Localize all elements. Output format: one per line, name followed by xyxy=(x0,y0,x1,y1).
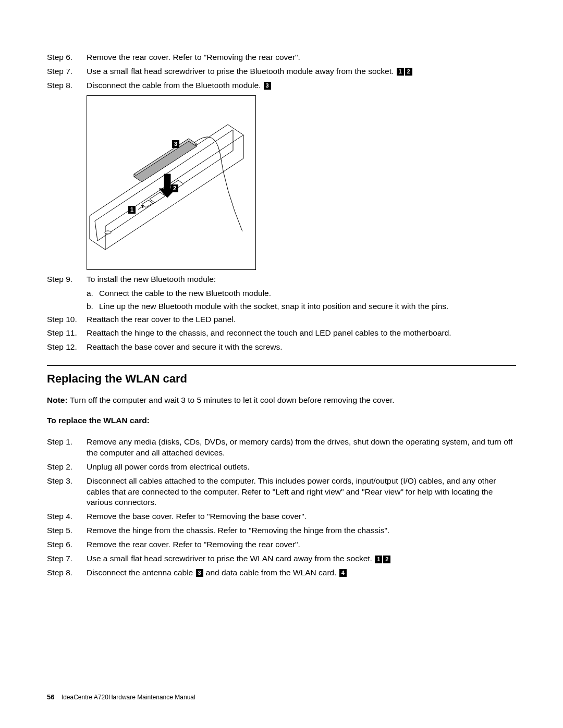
callout-icon: 3 xyxy=(196,569,203,577)
step-text: Reattach the base cover and secure it wi… xyxy=(82,342,516,353)
diagram-svg xyxy=(87,96,256,270)
substep-row: a. Connect the cable to the new Bluetoot… xyxy=(47,288,516,299)
step-label: Step 3. xyxy=(47,476,82,509)
step-label: Step 4. xyxy=(47,511,82,522)
step-text: To install the new Bluetooth module: xyxy=(82,274,516,285)
step-row: Step 10. Reattach the rear cover to the … xyxy=(47,314,516,325)
note-paragraph: Note: Turn off the computer and wait 3 t… xyxy=(47,395,516,406)
substep-row: b. Line up the new Bluetooth module with… xyxy=(47,301,516,312)
step-label: Step 9. xyxy=(47,274,82,285)
step-label: Step 12. xyxy=(47,342,82,353)
step-label: Step 7. xyxy=(47,66,82,77)
step-row: Step 7. Use a small flat head screwdrive… xyxy=(47,66,516,77)
step-row: Step 7. Use a small flat head screwdrive… xyxy=(47,553,516,564)
note-text: Turn off the computer and wait 3 to 5 mi… xyxy=(68,396,395,404)
step-text: Remove the rear cover. Refer to "Removin… xyxy=(82,52,516,63)
page-number: 56 xyxy=(47,693,54,701)
step-row: Step 9. To install the new Bluetooth mod… xyxy=(47,274,516,285)
step-label: Step 10. xyxy=(47,314,82,325)
step-label: Step 8. xyxy=(47,567,82,578)
substep-text: Line up the new Bluetooth module with th… xyxy=(99,301,516,312)
substep-text: Connect the cable to the new Bluetooth m… xyxy=(99,288,516,299)
step-row: Step 2. Unplug all power cords from elec… xyxy=(47,462,516,473)
step-row: Step 4. Remove the base cover. Refer to … xyxy=(47,511,516,522)
svg-marker-9 xyxy=(150,192,165,203)
footer-title: IdeaCentre A720Hardware Maintenance Manu… xyxy=(62,694,195,701)
step-text-span: and data cable from the WLAN card. xyxy=(204,568,339,577)
svg-line-3 xyxy=(95,221,97,241)
step-text: Unplug all power cords from electrical o… xyxy=(82,462,516,473)
substep-label: b. xyxy=(87,301,99,312)
section-heading: Replacing the WLAN card xyxy=(47,371,516,387)
step-label: Step 6. xyxy=(47,52,82,63)
svg-point-13 xyxy=(105,231,111,234)
step-text-span: Disconnect the antenna cable xyxy=(87,568,195,577)
step-row: Step 5. Remove the hinge from the chassi… xyxy=(47,525,516,536)
diagram-callout-2: 2 xyxy=(171,184,178,192)
callout-icon: 2 xyxy=(383,556,390,563)
step-label: Step 7. xyxy=(47,553,82,564)
bluetooth-module-diagram: 1 2 3 xyxy=(87,95,256,270)
step-text: Remove the rear cover. Refer to "Removin… xyxy=(82,539,516,550)
step-row: Step 6. Remove the rear cover. Refer to … xyxy=(47,539,516,550)
diagram-callout-1: 1 xyxy=(128,206,136,214)
step-text: Disconnect the antenna cable 3 and data … xyxy=(82,567,516,578)
step-text-span: Use a small flat head screwdriver to pri… xyxy=(87,554,372,563)
callout-icon: 1 xyxy=(375,556,382,563)
step-text: Disconnect all cables attached to the co… xyxy=(82,476,516,509)
step-label: Step 11. xyxy=(47,328,82,339)
step-row: Step 8. Disconnect the antenna cable 3 a… xyxy=(47,567,516,578)
procedure-sub-heading: To replace the WLAN card: xyxy=(47,415,516,426)
step-row: Step 6. Remove the rear cover. Refer to … xyxy=(47,52,516,63)
callout-icon: 4 xyxy=(339,569,347,577)
step-label: Step 2. xyxy=(47,462,82,473)
step-text: Reattach the rear cover to the LED panel… xyxy=(82,314,516,325)
step-row: Step 11. Reattach the hinge to the chass… xyxy=(47,328,516,339)
step-text-span: Use a small flat head screwdriver to pri… xyxy=(87,67,394,76)
step-text-span: Disconnect the cable from the Bluetooth … xyxy=(87,81,261,90)
step-label: Step 6. xyxy=(47,539,82,550)
diagram-callout-3: 3 xyxy=(172,140,179,148)
callout-icon: 1 xyxy=(397,68,404,76)
step-row: Step 3. Disconnect all cables attached t… xyxy=(47,476,516,509)
substep-label: a. xyxy=(87,288,99,299)
step-text: Use a small flat head screwdriver to pri… xyxy=(82,66,516,77)
step-label: Step 5. xyxy=(47,525,82,536)
step-text: Remove the hinge from the chassis. Refer… xyxy=(82,525,516,536)
section-divider xyxy=(47,365,516,366)
page-footer: 56 IdeaCentre A720Hardware Maintenance M… xyxy=(47,693,195,702)
step-text: Reattach the hinge to the chassis, and r… xyxy=(82,328,516,339)
note-label: Note: xyxy=(47,396,68,404)
step-text: Disconnect the cable from the Bluetooth … xyxy=(82,80,516,91)
step-text: Remove any media (disks, CDs, DVDs, or m… xyxy=(82,437,516,459)
svg-marker-15 xyxy=(141,205,143,208)
step-row: Step 12. Reattach the base cover and sec… xyxy=(47,342,516,353)
step-text: Use a small flat head screwdriver to pri… xyxy=(82,553,516,564)
callout-icon: 3 xyxy=(264,82,271,90)
step-row: Step 8. Disconnect the cable from the Bl… xyxy=(47,80,516,91)
step-label: Step 1. xyxy=(47,437,82,459)
step-text: Remove the base cover. Refer to "Removin… xyxy=(82,511,516,522)
step-label: Step 8. xyxy=(47,80,82,91)
callout-icon: 2 xyxy=(405,68,412,76)
step-row: Step 1. Remove any media (disks, CDs, DV… xyxy=(47,437,516,459)
